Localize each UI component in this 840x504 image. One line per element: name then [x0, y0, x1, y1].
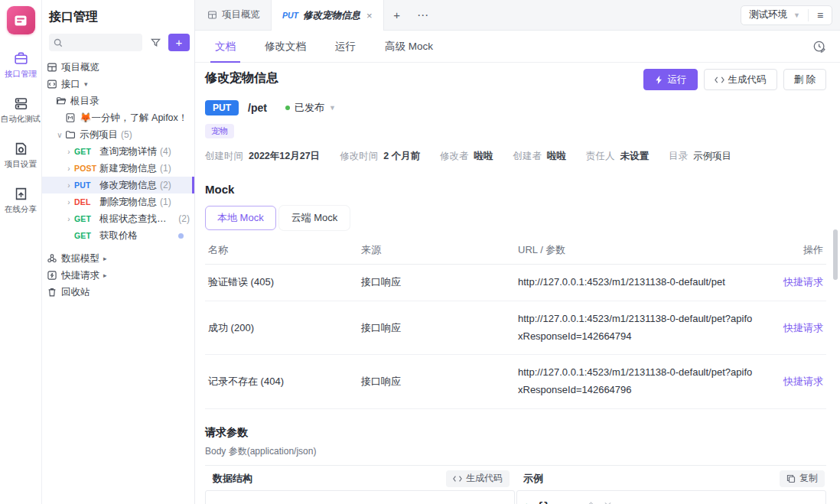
expand-arrow-icon[interactable]: › — [65, 215, 73, 223]
schema-generate-code-button[interactable]: 生成代码 — [446, 470, 510, 487]
mock-tab[interactable]: 云端 Mock — [279, 206, 350, 230]
json-root-brace[interactable]: {} — [537, 500, 550, 504]
tree-item[interactable]: GET获取价格 — [42, 227, 194, 244]
rail-item-label: 接口管理 — [5, 69, 37, 80]
endpoint-meta: 创建时间2022年12月27日修改时间2 个月前修改者啦啦创建者啦啦责任人未设置… — [205, 150, 826, 163]
tree-item[interactable]: 🦊一分钟，了解 Apifox！ — [42, 109, 194, 126]
top-tab[interactable]: 项目概览 — [197, 0, 271, 30]
meta-value: 未设置 — [620, 150, 650, 163]
code-icon — [715, 75, 724, 85]
meta-item: 创建者啦啦 — [513, 150, 567, 163]
env-menu-icon[interactable]: ≡ — [809, 9, 832, 21]
tree-item[interactable]: ›GET根据状态查找宠物列...(2) — [42, 210, 194, 227]
http-method-label: GET — [74, 231, 99, 240]
logo-icon — [13, 13, 28, 28]
tree-item-count: (1) — [160, 163, 171, 174]
tree-item-label: 回收站 — [61, 286, 90, 299]
add-api-button[interactable]: + — [168, 34, 190, 51]
history-icon[interactable] — [812, 40, 826, 54]
tree-item-count: (5) — [121, 129, 132, 140]
doc-tab[interactable]: 修改文档 — [265, 31, 306, 63]
app-logo[interactable] — [7, 6, 35, 34]
mock-table-row: 验证错误 (405)接口响应http://127.0.0.1:4523/m1/2… — [205, 265, 826, 301]
tree-item[interactable]: 快捷请求▸ — [42, 267, 194, 284]
tree-item[interactable]: 接口▾ — [42, 76, 194, 93]
schema-panel-title: 数据结构 — [213, 472, 252, 486]
meta-item: 修改时间2 个月前 — [340, 150, 420, 163]
folder-open-icon — [56, 96, 67, 106]
mock-source: 接口响应 — [358, 355, 515, 409]
chevron-down-icon: ▼ — [793, 11, 800, 19]
tree-item[interactable]: ›DEL删除宠物信息(1) — [42, 193, 194, 210]
lightning-icon — [654, 75, 664, 85]
meta-value: 2 个月前 — [383, 150, 420, 163]
tree-item[interactable]: ›GET查询宠物详情(4) — [42, 143, 194, 160]
grid-icon — [207, 10, 217, 20]
model-icon — [47, 253, 57, 264]
doc-tab[interactable]: 文档 — [215, 31, 236, 63]
meta-value: 2022年12月27日 — [249, 150, 320, 163]
mock-name: 记录不存在 (404) — [205, 355, 358, 409]
rail-item-api-manage[interactable]: 接口管理 — [1, 51, 41, 80]
api-manage-icon — [14, 51, 28, 66]
tree-item-label: 根据状态查找宠物列... — [99, 213, 175, 226]
environment-label: 测试环境 — [749, 8, 787, 21]
expand-arrow-icon[interactable]: › — [65, 148, 73, 156]
mock-heading: Mock — [205, 183, 826, 196]
mock-table: 名称来源URL / 参数操作 验证错误 (405)接口响应http://127.… — [205, 236, 826, 409]
vertical-scrollbar[interactable] — [833, 229, 838, 280]
tree-item[interactable]: 项目概览 — [42, 59, 194, 76]
environment-selector[interactable]: 测试环境 ▼ — [741, 8, 808, 21]
quick-request-link[interactable]: 快捷请求 — [783, 376, 823, 387]
tree-item-count: (2) — [178, 213, 190, 224]
top-tab[interactable]: PUT修改宠物信息× — [271, 0, 384, 31]
rail-item-online-share[interactable]: 在线分享 — [1, 187, 41, 215]
search-input[interactable] — [66, 37, 138, 48]
tree-item[interactable]: 根目录 — [42, 93, 194, 109]
body-schema-panel: 数据结构 生成代码 示例 复制 — [205, 465, 826, 504]
search-box[interactable] — [49, 34, 142, 51]
close-icon[interactable]: × — [366, 10, 373, 21]
code-icon — [453, 474, 462, 483]
chevron-down-icon: ▼ — [329, 104, 336, 112]
rail-item-auto-test[interactable]: 自动化测试 — [1, 96, 41, 125]
rail-item-project-settings[interactable]: 项目设置 — [1, 141, 41, 170]
caret-icon: ▾ — [84, 80, 88, 88]
expand-arrow-icon[interactable]: › — [65, 198, 73, 206]
tree-item[interactable]: ∨示例项目(5) — [42, 126, 194, 143]
trash-icon — [47, 287, 57, 298]
mock-tab[interactable]: 本地 Mock — [205, 206, 276, 230]
tree-item[interactable]: 回收站 — [42, 284, 194, 301]
tree-item-label: 🦊一分钟，了解 Apifox！ — [80, 112, 187, 125]
delete-button[interactable]: 删 除 — [783, 69, 826, 90]
tree-item[interactable]: ›PUT修改宠物信息(2) — [42, 177, 194, 193]
method-row: PUT /pet 已发布 ▼ — [205, 100, 826, 115]
tree-item-label: 项目概览 — [61, 61, 99, 74]
api-icon — [47, 79, 57, 89]
more-tabs-button[interactable]: ⋯ — [410, 0, 436, 30]
mock-source: 接口响应 — [358, 301, 515, 355]
rail-item-label: 自动化测试 — [1, 114, 41, 125]
status-selector[interactable]: 已发布 ▼ — [285, 101, 336, 115]
expand-arrow-icon[interactable]: › — [65, 181, 73, 190]
endpoint-tag: 宠物 — [205, 124, 234, 138]
rail-item-label: 在线分享 — [5, 204, 37, 215]
http-method-label: GET — [74, 147, 99, 156]
quick-request-link[interactable]: 快捷请求 — [783, 276, 823, 288]
generate-code-button[interactable]: 生成代码 — [704, 69, 777, 90]
new-tab-button[interactable]: + — [384, 0, 410, 30]
expand-arrow-icon[interactable]: ∨ — [56, 131, 63, 139]
run-button[interactable]: 运行 — [643, 69, 698, 90]
expand-arrow-icon[interactable]: › — [65, 164, 73, 173]
mock-table-header: 名称 — [205, 236, 358, 265]
tree-item[interactable]: 数据模型▸ — [42, 250, 194, 267]
doc-tab[interactable]: 运行 — [335, 31, 356, 63]
filter-icon[interactable] — [147, 34, 164, 51]
mock-table-row: 成功 (200)接口响应http://127.0.0.1:4523/m1/213… — [205, 301, 826, 355]
quick-request-link[interactable]: 快捷请求 — [783, 322, 823, 333]
tab-label: 项目概览 — [222, 8, 260, 21]
copy-example-button[interactable]: 复制 — [780, 470, 825, 487]
tree-item[interactable]: ›POST新建宠物信息(1) — [42, 160, 194, 177]
doc-tab[interactable]: 高级 Mock — [385, 31, 433, 63]
meta-label: 目录 — [669, 150, 688, 163]
